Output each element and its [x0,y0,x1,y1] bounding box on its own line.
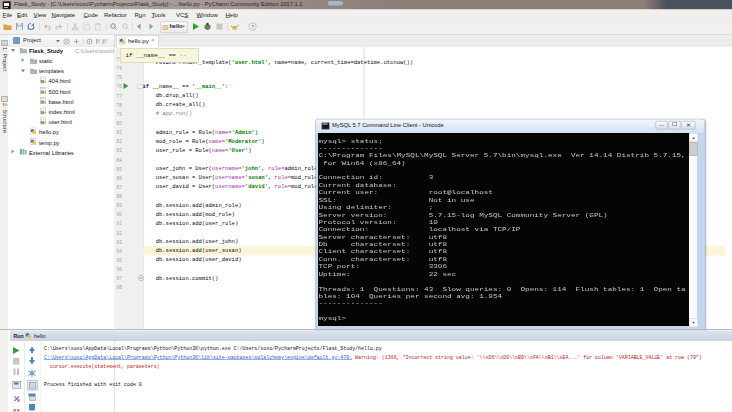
svg-text:?: ? [251,24,254,30]
